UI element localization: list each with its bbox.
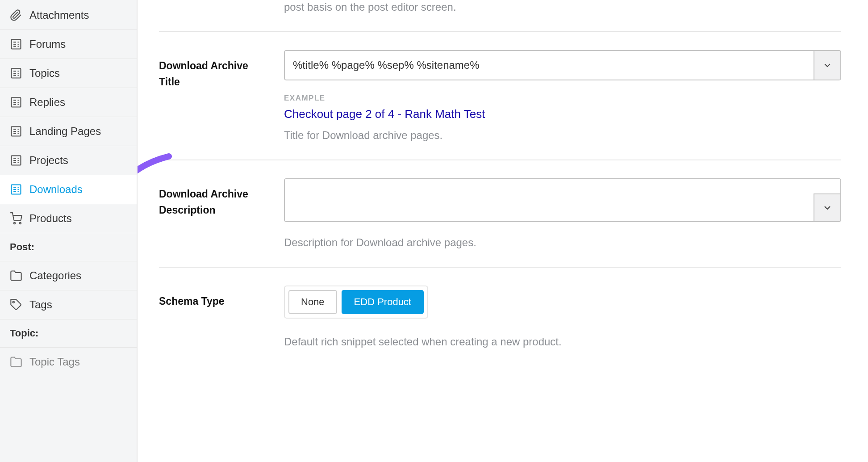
field-body: EXAMPLE Checkout page 2 of 4 - Rank Math… — [284, 50, 841, 142]
field-body: None EDD Product Default rich snippet se… — [284, 286, 841, 348]
field-label: Download Archive Description — [159, 178, 271, 249]
sidebar-item-label: Downloads — [29, 183, 83, 196]
sidebar-group-topic: Topic: — [0, 319, 137, 348]
sidebar-item-label: Attachments — [29, 9, 89, 21]
sidebar-item-attachments[interactable]: Attachments — [0, 1, 137, 30]
post-icon — [10, 183, 22, 196]
post-icon — [10, 125, 22, 138]
field-schema-type: Schema Type None EDD Product Default ric… — [159, 286, 841, 348]
help-text: Default rich snippet selected when creat… — [284, 336, 841, 348]
sidebar-item-label: Products — [29, 212, 72, 225]
help-text: Title for Download archive pages. — [284, 129, 841, 142]
intro-text: post basis on the post editor screen. — [284, 1, 841, 13]
attachment-icon — [10, 9, 22, 21]
example-value: Checkout page 2 of 4 - Rank Math Test — [284, 107, 841, 121]
field-label: Download Archive Title — [159, 50, 271, 142]
post-icon — [10, 38, 22, 50]
folder-icon — [10, 356, 22, 368]
app-root: Attachments Forums Topics Replies Landin… — [0, 0, 868, 462]
help-text: Description for Download archive pages. — [284, 236, 841, 249]
field-archive-description: Download Archive Description Description… — [159, 178, 841, 249]
dropdown-toggle[interactable] — [814, 51, 840, 80]
sidebar-item-products[interactable]: Products — [0, 204, 137, 233]
main-content: post basis on the post editor screen. Do… — [138, 0, 868, 462]
post-icon — [10, 96, 22, 109]
sidebar-item-topic-tags[interactable]: Topic Tags — [0, 348, 137, 368]
field-archive-title: Download Archive Title EXAMPLE Checkout … — [159, 50, 841, 142]
sidebar-group-post: Post: — [0, 233, 137, 261]
sidebar-item-forums[interactable]: Forums — [0, 30, 137, 59]
sidebar-item-label: Replies — [29, 96, 65, 109]
sidebar-item-replies[interactable]: Replies — [0, 88, 137, 117]
sidebar-item-label: Projects — [29, 154, 68, 167]
sidebar-item-tags[interactable]: Tags — [0, 290, 137, 319]
sidebar-item-landing-pages[interactable]: Landing Pages — [0, 117, 137, 146]
schema-option-edd-product[interactable]: EDD Product — [342, 290, 424, 314]
divider — [159, 31, 841, 32]
chevron-down-icon — [822, 60, 833, 71]
folder-icon — [10, 269, 22, 282]
sidebar-item-label: Forums — [29, 38, 66, 50]
sidebar-item-label: Topic Tags — [29, 356, 80, 368]
archive-desc-combo — [284, 178, 841, 222]
sidebar-item-label: Tags — [29, 298, 52, 311]
sidebar: Attachments Forums Topics Replies Landin… — [0, 0, 138, 462]
sidebar-item-label: Categories — [29, 269, 81, 282]
archive-title-input[interactable] — [285, 51, 814, 80]
svg-point-44 — [13, 301, 14, 303]
sidebar-item-label: Landing Pages — [29, 125, 101, 138]
field-label: Schema Type — [159, 286, 271, 348]
schema-toggle-group: None EDD Product — [284, 286, 428, 319]
dropdown-toggle[interactable] — [814, 193, 840, 221]
sidebar-item-projects[interactable]: Projects — [0, 146, 137, 175]
post-icon — [10, 154, 22, 167]
sidebar-item-topics[interactable]: Topics — [0, 59, 137, 88]
example-label: EXAMPLE — [284, 94, 841, 103]
cart-icon — [10, 212, 22, 225]
tag-icon — [10, 298, 22, 311]
field-body: Description for Download archive pages. — [284, 178, 841, 249]
archive-title-combo — [284, 50, 841, 80]
chevron-down-icon — [822, 202, 833, 213]
svg-point-42 — [14, 223, 16, 224]
svg-point-43 — [20, 223, 21, 224]
archive-desc-input[interactable] — [285, 179, 840, 221]
sidebar-item-downloads[interactable]: Downloads — [0, 175, 137, 204]
post-icon — [10, 67, 22, 80]
schema-option-none[interactable]: None — [288, 290, 337, 314]
divider — [159, 160, 841, 160]
divider — [159, 267, 841, 268]
sidebar-item-label: Topics — [29, 67, 60, 80]
sidebar-item-categories[interactable]: Categories — [0, 261, 137, 290]
